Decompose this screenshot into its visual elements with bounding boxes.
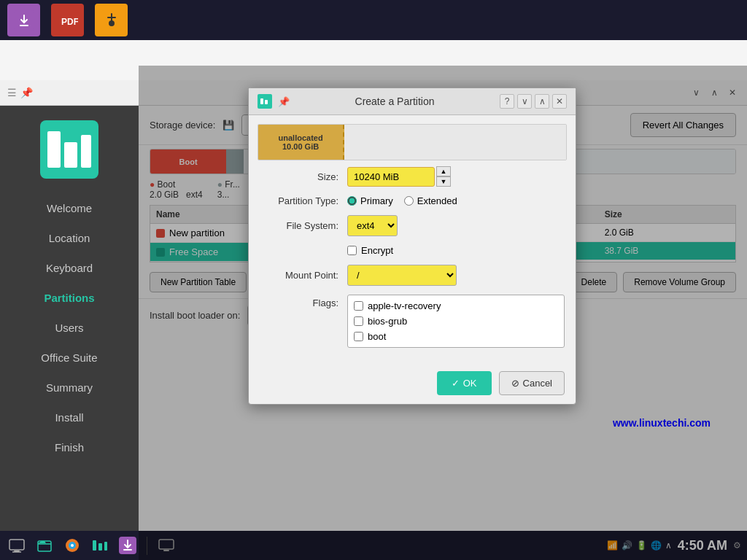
svg-rect-12	[265, 100, 268, 104]
flag-boot-label: boot	[368, 331, 386, 342]
svg-rect-7	[47, 131, 61, 168]
cancel-button[interactable]: ⊘ Cancel	[499, 371, 565, 395]
title-bar-pin: 📌	[20, 87, 33, 98]
size-up-btn[interactable]: ▲	[436, 166, 451, 176]
flag-bios-grub-checkbox[interactable]	[354, 316, 363, 326]
dialog-controls: ? ∨ ∧ ✕	[500, 94, 567, 109]
title-bar-icon: ☰	[7, 87, 17, 98]
dialog-free-block	[344, 125, 566, 160]
ok-label: OK	[463, 378, 477, 389]
mount-point-label: Mount Point:	[260, 270, 347, 281]
cancel-label: Cancel	[523, 378, 552, 389]
sidebar-item-summary[interactable]: Summary	[0, 373, 139, 402]
extended-radio-label[interactable]: Extended	[404, 195, 457, 206]
size-spin-buttons: ▲ ▼	[436, 166, 451, 187]
extended-radio[interactable]	[404, 196, 414, 206]
encrypt-checkbox[interactable]	[347, 246, 357, 255]
taskbar-tool-icon[interactable]	[95, 4, 128, 36]
sidebar-item-users[interactable]: Users	[0, 313, 139, 343]
dialog-actions: ✓ OK ⊘ Cancel	[249, 364, 576, 404]
encrypt-label: Encrypt	[361, 245, 393, 256]
flag-apple-tv-checkbox[interactable]	[354, 301, 363, 311]
dialog-unalloc-size: 10.00 GiB	[282, 142, 319, 151]
filesystem-label: File System:	[260, 220, 347, 231]
sidebar: Welcome Location Keyboard Partitions Use…	[0, 106, 139, 560]
svg-rect-1	[20, 25, 28, 26]
sidebar-logo	[40, 120, 98, 179]
dialog-logo-icon	[258, 94, 272, 109]
dialog-maximize-btn[interactable]: ∧	[535, 94, 549, 109]
flags-label: Flags:	[260, 295, 347, 308]
partition-type-label: Partition Type:	[260, 195, 347, 206]
flag-apple-tv[interactable]: apple-tv-recovery	[351, 298, 561, 314]
dialog-minimize-btn[interactable]: ∨	[517, 94, 532, 109]
taskbar-download-icon[interactable]	[7, 4, 40, 36]
svg-rect-20	[93, 540, 96, 551]
ok-button[interactable]: ✓ OK	[437, 371, 492, 395]
svg-rect-13	[9, 540, 24, 550]
extended-label: Extended	[417, 195, 457, 206]
flag-boot[interactable]: boot	[351, 329, 561, 344]
bt-installer-icon[interactable]	[117, 534, 139, 556]
dialog-unalloc-label: unallocated	[279, 133, 323, 142]
sidebar-item-welcome[interactable]: Welcome	[0, 193, 139, 223]
partition-type-radios: Primary Extended	[347, 195, 457, 206]
partition-type-row: Partition Type: Primary Extended	[260, 195, 565, 206]
primary-radio[interactable]	[347, 196, 357, 206]
flags-list: apple-tv-recovery bios-grub boot	[347, 295, 565, 348]
sidebar-item-office[interactable]: Office Suite	[0, 343, 139, 373]
sidebar-item-install[interactable]: Install	[0, 402, 139, 432]
flag-apple-tv-label: apple-tv-recovery	[368, 300, 441, 311]
sidebar-item-partitions[interactable]: Partitions	[0, 283, 139, 313]
svg-point-19	[71, 544, 74, 547]
sidebar-item-location[interactable]: Location	[0, 223, 139, 253]
mount-point-select[interactable]: / /boot /home /tmp swap	[347, 265, 457, 286]
flag-boot-checkbox[interactable]	[354, 332, 363, 341]
svg-rect-22	[104, 542, 107, 551]
encrypt-row: Encrypt	[347, 245, 565, 256]
size-spinbox: ▲ ▼	[347, 166, 451, 187]
dialog-close-btn[interactable]: ✕	[552, 94, 567, 109]
filesystem-select[interactable]: ext4 ext3 fat32 ntfs swap	[347, 215, 398, 236]
svg-text:PDF: PDF	[61, 17, 78, 27]
sidebar-item-finish[interactable]: Finish	[0, 432, 139, 462]
flag-bios-grub-label: bios-grub	[368, 316, 407, 327]
size-input[interactable]	[347, 167, 435, 187]
ok-checkmark-icon: ✓	[452, 378, 460, 389]
svg-rect-11	[260, 98, 263, 104]
size-row: Size: ▲ ▼	[260, 166, 565, 187]
mount-point-row: Mount Point: / /boot /home /tmp swap	[260, 265, 565, 286]
svg-rect-8	[64, 142, 77, 168]
dialog-partition-bar: unallocated 10.00 GiB	[258, 124, 567, 160]
primary-radio-label[interactable]: Primary	[347, 195, 393, 206]
flag-bios-grub[interactable]: bios-grub	[351, 314, 561, 329]
svg-rect-9	[81, 135, 91, 168]
create-partition-dialog: 📌 Create a Partition ? ∨ ∧ ✕ unallocated…	[248, 88, 576, 405]
size-label: Size:	[260, 171, 347, 182]
svg-point-5	[109, 20, 115, 26]
dialog-pin-icon[interactable]: 📌	[278, 96, 290, 107]
size-down-btn[interactable]: ▼	[436, 176, 451, 187]
cancel-icon: ⊘	[511, 378, 519, 389]
svg-rect-24	[123, 549, 132, 551]
bt-firefox-icon[interactable]	[61, 534, 83, 556]
filesystem-row: File System: ext4 ext3 fat32 ntfs swap	[260, 215, 565, 236]
dialog-unalloc-block: unallocated 10.00 GiB	[258, 125, 344, 160]
top-taskbar: PDF	[0, 0, 747, 40]
dialog-help-btn[interactable]: ?	[500, 94, 514, 109]
dialog-titlebar: 📌 Create a Partition ? ∨ ∧ ✕	[249, 88, 576, 115]
sidebar-item-keyboard[interactable]: Keyboard	[0, 253, 139, 283]
primary-label: Primary	[360, 195, 393, 206]
bt-files-icon[interactable]	[34, 534, 55, 556]
dialog-form: Size: ▲ ▼ Partition Type: Primary Extend…	[249, 166, 576, 364]
flags-row: Flags: apple-tv-recovery bios-grub boot	[260, 295, 565, 348]
svg-rect-21	[98, 543, 102, 551]
bt-desktop-icon[interactable]	[6, 534, 28, 556]
dialog-title: Create a Partition	[295, 96, 494, 107]
bt-manjaro-icon[interactable]	[89, 534, 111, 556]
taskbar-pdf-icon[interactable]: PDF	[51, 4, 84, 36]
encrypt-checkbox-label[interactable]: Encrypt	[347, 245, 393, 256]
